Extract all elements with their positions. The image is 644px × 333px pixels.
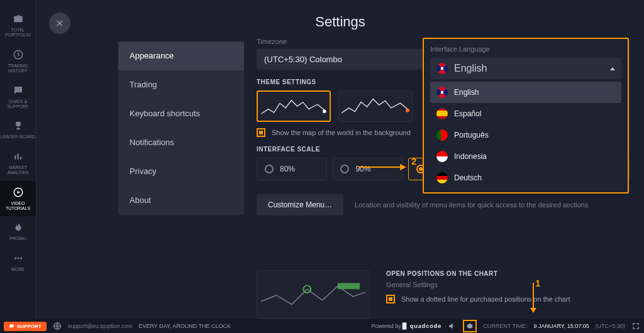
settings-tabs: Appearance Trading Keyboard shortcuts No… bbox=[118, 41, 244, 215]
timezone-value: (UTC+5:30) Colombo bbox=[264, 55, 342, 64]
lang-option-espanol[interactable]: Español bbox=[430, 103, 621, 124]
rail-label: LEADER BOARD bbox=[1, 134, 35, 139]
rail-label: CHATS & SUPPORT bbox=[0, 99, 36, 110]
tab-notifications[interactable]: Notifications bbox=[118, 128, 244, 157]
lang-option-portugues[interactable]: Português bbox=[430, 124, 621, 146]
chat-icon bbox=[12, 84, 25, 97]
tagline: EVERY DAY, AROUND THE CLOCK bbox=[138, 323, 231, 329]
current-time-value: 9 JANUARY, 15:07:05 bbox=[534, 323, 589, 329]
tab-keyboard-shortcuts[interactable]: Keyboard shortcuts bbox=[118, 99, 244, 128]
rail-label: TRADING HISTORY bbox=[0, 63, 36, 74]
flag-pt-icon bbox=[436, 129, 448, 141]
briefcase-icon bbox=[12, 13, 25, 25]
lang-option-indonesia[interactable]: Indonesia bbox=[430, 146, 621, 167]
flag-uk-icon bbox=[436, 87, 448, 98]
close-button[interactable] bbox=[49, 13, 70, 34]
settings-gear-highlight bbox=[463, 320, 477, 332]
tab-trading[interactable]: Trading bbox=[118, 70, 244, 99]
gear-icon[interactable] bbox=[465, 322, 474, 330]
rail-label: MORE bbox=[11, 267, 25, 272]
language-dropdown: Interface Language English English Españ… bbox=[423, 38, 629, 194]
customize-menu-button[interactable]: Customize Menu… bbox=[257, 194, 343, 216]
language-select[interactable]: English bbox=[430, 58, 621, 79]
rail-market-analysis[interactable]: MARKET ANALYSIS bbox=[0, 145, 36, 181]
rail-label: VIDEO TUTORIALS bbox=[0, 201, 36, 212]
fullscreen-icon[interactable] bbox=[631, 322, 640, 330]
language-selected-value: English bbox=[454, 63, 487, 74]
flag-uk-icon bbox=[436, 63, 448, 74]
theme-dark-pink[interactable] bbox=[257, 90, 331, 122]
svg-point-2 bbox=[14, 257, 16, 259]
timezone-select[interactable]: (UTC+5:30) Colombo bbox=[257, 49, 437, 70]
flag-id-icon bbox=[436, 151, 448, 162]
flag-de-icon bbox=[436, 172, 448, 183]
caret-up-icon bbox=[610, 67, 615, 70]
status-bar: SUPPORT support@eu.iqoption.com EVERY DA… bbox=[0, 319, 644, 333]
more-icon bbox=[12, 252, 25, 265]
show-map-checkbox[interactable] bbox=[257, 128, 265, 137]
powered-by: Powered by ▉ quadcode bbox=[371, 323, 441, 329]
current-time-label: CURRENT TIME: bbox=[483, 323, 527, 329]
clock-icon bbox=[12, 48, 25, 61]
rail-total-portfolio[interactable]: TOTAL PORTFOLIO bbox=[0, 8, 36, 43]
svg-point-3 bbox=[17, 257, 19, 259]
rail-chats-support[interactable]: CHATS & SUPPORT bbox=[0, 79, 36, 115]
open-positions-section: OPEN POSITIONS ON THE CHART General Sett… bbox=[257, 270, 630, 319]
annotation-number-2: 2 bbox=[411, 156, 416, 166]
radio-icon bbox=[340, 165, 349, 173]
open-positions-title: OPEN POSITIONS ON THE CHART bbox=[386, 270, 630, 277]
rail-label: PROMO bbox=[9, 236, 26, 241]
open-positions-subtitle: General Settings bbox=[386, 281, 630, 288]
left-sidebar: TOTAL PORTFOLIO TRADING HISTORY CHATS & … bbox=[0, 0, 36, 333]
svg-rect-8 bbox=[338, 283, 360, 289]
tab-about[interactable]: About bbox=[118, 186, 244, 215]
sound-icon[interactable] bbox=[448, 322, 457, 330]
language-options: English Español Português Indonesia Deut… bbox=[430, 82, 621, 188]
dotted-line-checkbox[interactable] bbox=[386, 295, 395, 303]
language-label: Interface Language bbox=[430, 45, 621, 53]
rail-trading-history[interactable]: TRADING HISTORY bbox=[0, 43, 36, 79]
tab-appearance[interactable]: Appearance bbox=[118, 41, 244, 70]
svg-point-4 bbox=[20, 257, 22, 259]
settings-panel: Settings Appearance Trading Keyboard sho… bbox=[36, 0, 644, 319]
open-positions-preview bbox=[257, 270, 370, 319]
theme-dark-blue[interactable] bbox=[338, 90, 413, 122]
rail-label: TOTAL PORTFOLIO bbox=[0, 28, 36, 38]
flag-es-icon bbox=[436, 108, 448, 119]
flame-icon bbox=[12, 221, 25, 234]
customize-menu-hint: Location and visibility of menu items fo… bbox=[355, 201, 588, 209]
lang-option-english[interactable]: English bbox=[430, 82, 621, 103]
tab-privacy[interactable]: Privacy bbox=[118, 157, 244, 186]
support-button[interactable]: SUPPORT bbox=[4, 322, 47, 331]
bars-icon bbox=[12, 150, 25, 163]
show-map-label: Show the map of the world in the backgro… bbox=[272, 129, 411, 136]
svg-point-5 bbox=[323, 110, 326, 114]
globe-icon bbox=[53, 322, 62, 330]
radio-icon bbox=[265, 165, 274, 173]
rail-promo[interactable]: PROMO bbox=[0, 216, 36, 246]
rail-more[interactable]: MORE bbox=[0, 247, 36, 277]
scale-90[interactable]: 90% bbox=[332, 158, 402, 180]
rail-leaderboard[interactable]: LEADER BOARD bbox=[0, 114, 36, 145]
rail-video-tutorials[interactable]: VIDEO TUTORIALS bbox=[0, 181, 36, 217]
svg-point-6 bbox=[406, 109, 409, 112]
rail-label: MARKET ANALYSIS bbox=[0, 165, 36, 176]
timezone-label: Timezone bbox=[257, 38, 437, 45]
support-label: SUPPORT bbox=[17, 324, 42, 329]
annotation-number-1: 1 bbox=[535, 278, 540, 288]
dotted-line-label: Show a dotted line for purchased positio… bbox=[401, 295, 570, 303]
lang-option-deutsch[interactable]: Deutsch bbox=[430, 167, 621, 188]
scale-80[interactable]: 80% bbox=[257, 158, 327, 180]
trophy-icon bbox=[12, 119, 25, 132]
current-time-zone: (UTC+5:30) bbox=[596, 323, 625, 329]
support-email[interactable]: support@eu.iqoption.com bbox=[68, 323, 133, 329]
play-icon bbox=[12, 186, 25, 199]
page-title: Settings bbox=[36, 0, 644, 30]
